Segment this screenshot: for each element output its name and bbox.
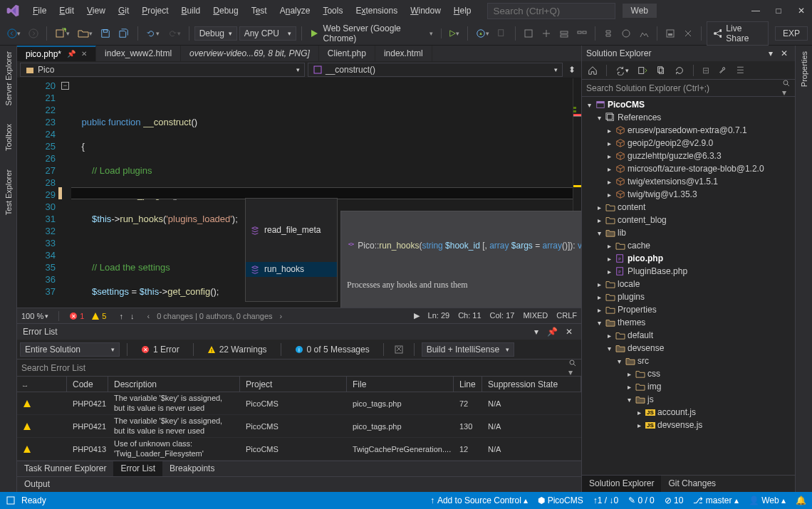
live-share-button[interactable]: Live Share bbox=[707, 21, 769, 46]
menu-debug[interactable]: Debug bbox=[207, 3, 244, 19]
error-row[interactable]: PHP0413 Use of unknown class: 'Twig_Load… bbox=[17, 438, 581, 461]
nav-context-combo[interactable]: Pico▾ bbox=[20, 63, 305, 77]
pin-icon[interactable]: 📌 bbox=[67, 50, 76, 58]
tree-node[interactable]: ▸ cache bbox=[582, 239, 795, 252]
nav-fwd-button[interactable] bbox=[26, 26, 41, 41]
panel-options-icon[interactable]: ▾ bbox=[766, 46, 776, 61]
codelens-info[interactable]: 0 changes | 0 authors, 0 changes bbox=[157, 312, 272, 320]
toolbox-tab[interactable]: Toolbox bbox=[3, 121, 14, 154]
tree-node[interactable]: ▾ js bbox=[582, 393, 795, 406]
expand-arrow-icon[interactable]: ▾ bbox=[625, 396, 633, 404]
error-count[interactable]: ✕1 bbox=[69, 312, 84, 320]
tree-node[interactable]: ▸ erusev/parsedown-extra@0.7.1 bbox=[582, 124, 795, 137]
pin-panel-icon[interactable]: 📌 bbox=[544, 325, 561, 339]
menu-test[interactable]: Test bbox=[246, 3, 273, 19]
save-button[interactable] bbox=[98, 26, 113, 41]
error-row[interactable]: PHP0421 The variable '$key' is assigned,… bbox=[17, 415, 581, 438]
menu-build[interactable]: Build bbox=[176, 3, 207, 19]
platform-combo[interactable]: Any CPU▾ bbox=[239, 26, 296, 41]
server-explorer-tab[interactable]: Server Explorer bbox=[3, 48, 14, 108]
menu-view[interactable]: View bbox=[81, 3, 111, 19]
intellisense-popup[interactable]: read_file_meta run_hooks bbox=[245, 198, 338, 302]
minimize-button[interactable]: — bbox=[751, 6, 761, 16]
editor-tab-index-www2[interactable]: index_www2.html bbox=[96, 46, 181, 61]
editor-tab-client[interactable]: Client.php bbox=[319, 46, 375, 61]
editor-tab-pico[interactable]: pico.php*📌✕ bbox=[17, 46, 96, 61]
warning-count[interactable]: 5 bbox=[91, 312, 106, 320]
error-list-columns[interactable]: ⎵ Code Description Project File Line Sup… bbox=[17, 377, 581, 392]
tree-node[interactable]: ▸ JS devsense.js bbox=[582, 419, 795, 431]
exp-badge[interactable]: EXP bbox=[775, 26, 808, 41]
find-in-files-button[interactable] bbox=[494, 26, 510, 41]
expand-arrow-icon[interactable]: ▾ bbox=[615, 357, 623, 365]
menu-file[interactable]: File bbox=[27, 3, 52, 19]
tb-icon-8[interactable] bbox=[662, 26, 678, 41]
editor-tab-index-html[interactable]: index.html bbox=[375, 46, 432, 61]
git-changes-btab[interactable]: Git Changes bbox=[661, 476, 723, 492]
tb-icon-7[interactable] bbox=[636, 26, 652, 41]
tree-node[interactable]: ▸ twig/twig@v1.35.3 bbox=[582, 188, 795, 201]
quick-search[interactable] bbox=[487, 3, 615, 19]
menu-analyze[interactable]: Analyze bbox=[274, 3, 316, 19]
fold-toggle[interactable]: − bbox=[61, 82, 69, 90]
expand-arrow-icon[interactable]: ▾ bbox=[595, 319, 603, 327]
stash-count[interactable]: ⊘ 10 bbox=[665, 495, 684, 505]
branch-name[interactable]: ⎇ master ▴ bbox=[693, 495, 738, 505]
quick-search-input[interactable] bbox=[494, 6, 614, 16]
menu-project[interactable]: Project bbox=[136, 3, 174, 19]
run-target-label[interactable]: Web Server (Google Chrome) bbox=[323, 23, 425, 43]
clear-filter-icon[interactable] bbox=[391, 342, 407, 357]
show-all-files-button[interactable] bbox=[653, 63, 669, 78]
collapse-all-button[interactable]: ⊟ bbox=[699, 63, 712, 78]
maximize-button[interactable]: □ bbox=[774, 6, 784, 16]
expand-arrow-icon[interactable]: ▸ bbox=[635, 421, 643, 429]
tree-node[interactable]: ▾ src bbox=[582, 355, 795, 367]
tb-icon-6[interactable] bbox=[618, 26, 634, 41]
pending-changes[interactable]: ✎ 0 / 0 bbox=[628, 495, 655, 505]
tree-node[interactable]: ▸ content bbox=[582, 201, 795, 214]
expand-arrow-icon[interactable]: ▸ bbox=[625, 370, 633, 378]
expand-arrow-icon[interactable]: ▾ bbox=[605, 345, 613, 352]
menu-help[interactable]: Help bbox=[448, 3, 477, 19]
tree-node[interactable]: ▸ plugins bbox=[582, 290, 795, 303]
menu-edit[interactable]: Edit bbox=[53, 3, 80, 19]
expand-arrow-icon[interactable]: ▸ bbox=[605, 191, 613, 199]
tree-node[interactable]: ▾ themes bbox=[582, 316, 795, 329]
split-editor-button[interactable]: ⬍ bbox=[566, 63, 578, 77]
tree-node[interactable]: ▸ locale bbox=[582, 278, 795, 290]
editor-tab-overview[interactable]: overview-video...69, 8 bit, PNG] bbox=[181, 46, 319, 61]
new-project-button[interactable]: ✦▾ bbox=[52, 26, 73, 41]
expand-arrow-icon[interactable]: ▸ bbox=[605, 332, 613, 340]
tb-icon-9[interactable] bbox=[680, 26, 696, 41]
nav-back-button[interactable]: ▾ bbox=[4, 26, 24, 41]
expand-arrow-icon[interactable]: ▸ bbox=[625, 383, 633, 391]
error-list-tab[interactable]: Error List bbox=[113, 461, 162, 476]
browser-link-button[interactable]: ▾ bbox=[473, 26, 492, 41]
error-source-combo[interactable]: Build + IntelliSense▾ bbox=[422, 342, 514, 357]
tree-node[interactable]: ▸ twig/extensions@v1.5.1 bbox=[582, 175, 795, 188]
config-combo[interactable]: Debug▾ bbox=[194, 26, 237, 41]
close-panel-icon[interactable]: ✕ bbox=[563, 325, 576, 339]
close-tab-icon[interactable]: ✕ bbox=[81, 50, 87, 58]
nav-member-combo[interactable]: __construct()▾ bbox=[308, 63, 563, 77]
preview-button[interactable]: ☰ bbox=[734, 63, 747, 78]
code-content[interactable]: public function __construct() { // Load … bbox=[71, 78, 581, 308]
tb-icon-4[interactable] bbox=[574, 26, 590, 41]
menu-git[interactable]: Git bbox=[113, 3, 135, 19]
test-explorer-tab[interactable]: Test Explorer bbox=[3, 167, 14, 218]
expand-arrow-icon[interactable]: ▸ bbox=[605, 140, 613, 147]
add-source-control[interactable]: ↑Add to Source Control ▴ bbox=[430, 495, 528, 505]
tree-node[interactable]: ▾ PicoCMS bbox=[582, 98, 795, 111]
error-scope-combo[interactable]: Entire Solution▾ bbox=[20, 342, 120, 357]
menu-window[interactable]: Window bbox=[405, 3, 447, 19]
tree-node[interactable]: ▾ devsense bbox=[582, 342, 795, 355]
sync-status[interactable]: ↑1 / ↓0 bbox=[593, 495, 618, 505]
expand-arrow-icon[interactable]: ▸ bbox=[595, 293, 603, 301]
refresh-button[interactable] bbox=[672, 63, 687, 78]
sync-button[interactable]: ▾ bbox=[613, 63, 632, 78]
tree-node[interactable]: ▸ img bbox=[582, 380, 795, 393]
fold-column[interactable]: − bbox=[61, 78, 71, 308]
messages-toggle[interactable]: i0 of 5 Messages bbox=[288, 342, 376, 357]
open-file-button[interactable]: ▾ bbox=[75, 26, 95, 41]
tree-node[interactable]: ▸ JS account.js bbox=[582, 406, 795, 419]
